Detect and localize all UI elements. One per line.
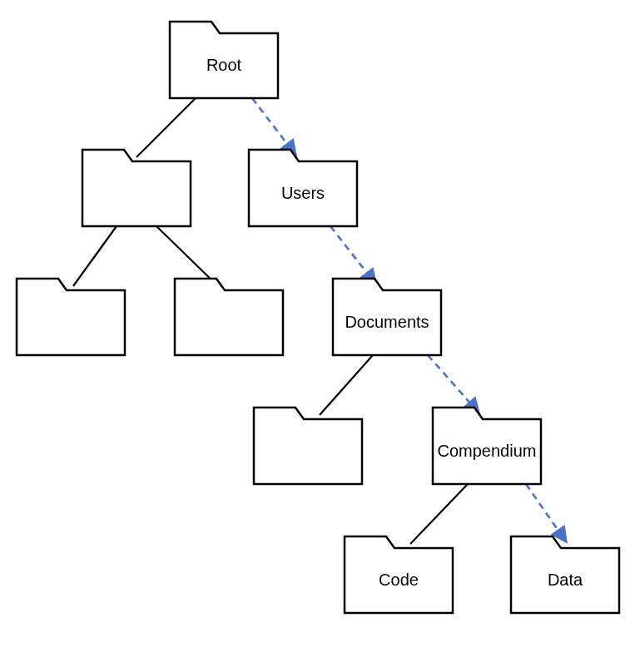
node-documents-label: Documents <box>345 313 429 331</box>
node-l2-a <box>17 279 125 355</box>
node-l1-left <box>82 150 191 226</box>
edge-users-documents <box>330 226 375 284</box>
node-code: Code <box>345 536 453 613</box>
node-users-label: Users <box>281 184 325 202</box>
folder-tree-diagram: Root Users Documents Compendium Code Dat… <box>0 0 630 672</box>
node-documents: Documents <box>333 279 441 355</box>
edge-root-users <box>252 98 295 155</box>
edge-l1left-l2a <box>73 226 117 286</box>
node-compendium-label: Compendium <box>438 442 537 460</box>
edge-root-l1left <box>136 98 196 157</box>
edge-compendium-code <box>410 484 468 544</box>
edge-documents-l3left <box>320 355 373 415</box>
node-data-label: Data <box>548 571 583 589</box>
node-l3-left <box>254 408 362 484</box>
node-data: Data <box>511 536 619 613</box>
node-root: Root <box>170 22 278 98</box>
node-users: Users <box>249 150 357 226</box>
edge-documents-compendium <box>428 355 479 413</box>
node-l2-b <box>175 279 283 355</box>
node-compendium: Compendium <box>433 408 541 484</box>
node-root-label: Root <box>206 56 242 74</box>
edge-l1left-l2b <box>156 226 218 286</box>
edge-compendium-data <box>526 484 566 541</box>
node-code-label: Code <box>379 571 419 589</box>
